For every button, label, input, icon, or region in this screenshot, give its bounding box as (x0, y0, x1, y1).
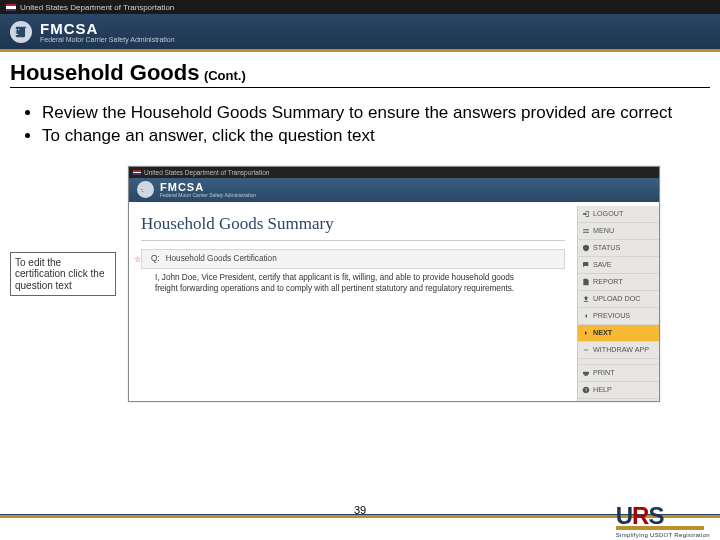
sidebar-item-label: LOGOUT (593, 209, 623, 218)
agency-banner: FMCSA Federal Motor Carrier Safety Admin… (0, 14, 720, 52)
sidebar-item-label: SAVE (593, 260, 612, 269)
menu-icon (582, 227, 590, 235)
page-title: Household Goods Summary (141, 214, 565, 241)
fmcsa-logo-icon (137, 181, 154, 198)
bullet-item: To change an answer, click the question … (42, 125, 710, 148)
sidebar-item-label: WITHDRAW APP (593, 345, 649, 354)
sidebar-item-label: HELP (593, 385, 612, 394)
inner-agency-subtitle: Federal Motor Carrier Safety Administrat… (160, 193, 256, 198)
inner-agency-name-block: FMCSA Federal Motor Carrier Safety Admin… (160, 182, 256, 198)
withdraw-icon (582, 346, 590, 354)
bullet-list: Review the Household Goods Summary to en… (10, 102, 710, 148)
sidebar-item-save[interactable]: SAVE (578, 257, 659, 274)
logout-icon (582, 210, 590, 218)
inner-agency-banner: FMCSA Federal Motor Carrier Safety Admin… (129, 178, 659, 206)
help-icon (582, 386, 590, 394)
sidebar-item-label: REPORT (593, 277, 623, 286)
sidebar-item-upload-doc[interactable]: UPLOAD DOC (578, 291, 659, 308)
urs-tagline: Simplifying USDOT Registration (616, 532, 710, 538)
us-flag-icon (6, 4, 16, 11)
callout-annotation: To edit the certification click the ques… (10, 252, 116, 297)
fmcsa-logo-icon (10, 21, 32, 43)
question-label: Household Goods Certification (166, 254, 277, 264)
sidebar-item-label: PREVIOUS (593, 311, 630, 320)
agency-name: FMCSA (40, 21, 175, 36)
embedded-screenshot: To edit the certification click the ques… (54, 166, 666, 406)
sidebar-item-status[interactable]: STATUS (578, 240, 659, 257)
sidebar-item-label: PRINT (593, 368, 615, 377)
sidebar-item-label: UPLOAD DOC (593, 294, 641, 303)
bullet-item: Review the Household Goods Summary to en… (42, 102, 710, 125)
section-header[interactable]: Q: Household Goods Certification (141, 249, 565, 269)
sidebar-item-previous[interactable]: PREVIOUS (578, 308, 659, 325)
sidebar-item-help[interactable]: HELP (578, 382, 659, 399)
us-flag-icon (133, 170, 141, 175)
certification-text: I, John Doe, Vice President, certify tha… (141, 273, 521, 294)
print-icon (582, 369, 590, 377)
report-icon (582, 278, 590, 286)
sidebar-item-withdraw-app[interactable]: WITHDRAW APP (578, 342, 659, 359)
save-icon (582, 261, 590, 269)
slide-footer: URS Simplifying USDOT Registration (0, 496, 720, 540)
question-prefix: Q: (151, 254, 160, 264)
sidebar-item-next[interactable]: NEXT (578, 325, 659, 342)
gov-header-bar: United States Department of Transportati… (0, 0, 720, 14)
sidebar-item-logout[interactable]: LOGOUT (578, 206, 659, 223)
status-icon (582, 244, 590, 252)
inner-gov-header-text: United States Department of Transportati… (144, 169, 269, 176)
slide-title-suffix: (Cont.) (204, 68, 246, 83)
agency-name-block: FMCSA Federal Motor Carrier Safety Admin… (40, 21, 175, 43)
urs-logo: URS Simplifying USDOT Registration (616, 504, 710, 538)
gov-header-text: United States Department of Transportati… (20, 3, 174, 12)
main-panel: Household Goods Summary Q: Household Goo… (129, 206, 577, 401)
urs-accent-bar (616, 526, 704, 530)
agency-subtitle: Federal Motor Carrier Safety Administrat… (40, 36, 175, 43)
slide-title-row: Household Goods (Cont.) (10, 60, 710, 88)
sidebar-item-report[interactable]: REPORT (578, 274, 659, 291)
sidebar-item-menu[interactable]: MENU (578, 223, 659, 240)
inner-gov-header-bar: United States Department of Transportati… (129, 167, 659, 178)
next-icon (582, 329, 590, 337)
upload-icon (582, 295, 590, 303)
sidebar-item-print[interactable]: PRINT (578, 365, 659, 382)
urs-wordmark: URS (616, 504, 664, 528)
sidebar-item-label: STATUS (593, 243, 620, 252)
app-window: United States Department of Transportati… (128, 166, 660, 402)
sidebar-item-label: MENU (593, 226, 614, 235)
sidebar-item-label: NEXT (593, 328, 612, 337)
slide-title: Household Goods (10, 60, 199, 85)
prev-icon (582, 312, 590, 320)
sidebar-nav: LOGOUTMENUSTATUSSAVEREPORTUPLOAD DOCPREV… (577, 206, 659, 401)
